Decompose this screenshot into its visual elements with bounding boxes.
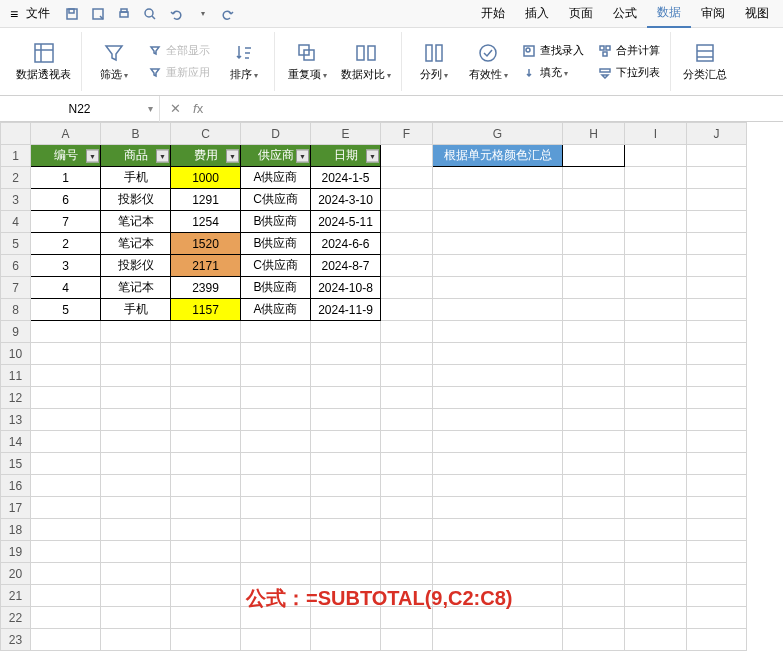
cell-F1[interactable] [381,145,433,167]
cell-E12[interactable] [311,387,381,409]
cell-B13[interactable] [101,409,171,431]
cell-A15[interactable] [31,453,101,475]
chevron-down-icon[interactable]: ▾ [148,103,153,114]
row-header-20[interactable]: 20 [1,563,31,585]
cell-A13[interactable] [31,409,101,431]
col-header-J[interactable]: J [687,123,747,145]
cell-C18[interactable] [171,519,241,541]
cell-C7[interactable]: 2399 [171,277,241,299]
cell-B20[interactable] [101,563,171,585]
col-header-H[interactable]: H [563,123,625,145]
cell-E19[interactable] [311,541,381,563]
cell-G12[interactable] [433,387,563,409]
cell-C23[interactable] [171,629,241,651]
cell-B8[interactable]: 手机 [101,299,171,321]
cell-E11[interactable] [311,365,381,387]
cell-I12[interactable] [625,387,687,409]
cell-C11[interactable] [171,365,241,387]
cell-E3[interactable]: 2024-3-10 [311,189,381,211]
tab-2[interactable]: 页面 [559,0,603,28]
col-header-B[interactable]: B [101,123,171,145]
cell-J14[interactable] [687,431,747,453]
filter-dropdown-D[interactable]: ▼ [296,149,309,162]
cell-F20[interactable] [381,563,433,585]
col-header-I[interactable]: I [625,123,687,145]
formula-input[interactable] [215,102,773,116]
cell-E16[interactable] [311,475,381,497]
cell-C4[interactable]: 1254 [171,211,241,233]
cell-J2[interactable] [687,167,747,189]
cell-I15[interactable] [625,453,687,475]
cell-H20[interactable] [563,563,625,585]
cell-D3[interactable]: C供应商 [241,189,311,211]
cell-H15[interactable] [563,453,625,475]
cell-B4[interactable]: 笔记本 [101,211,171,233]
filter-button[interactable]: 筛选 [90,32,138,92]
cell-J23[interactable] [687,629,747,651]
col-header-C[interactable]: C [171,123,241,145]
cell-C22[interactable] [171,607,241,629]
cell-F4[interactable] [381,211,433,233]
cell-E14[interactable] [311,431,381,453]
data-compare-button[interactable]: 数据对比 [337,32,395,92]
cell-A5[interactable]: 2 [31,233,101,255]
cell-E13[interactable] [311,409,381,431]
row-header-4[interactable]: 4 [1,211,31,233]
cell-A22[interactable] [31,607,101,629]
cell-G18[interactable] [433,519,563,541]
cell-J13[interactable] [687,409,747,431]
cell-I16[interactable] [625,475,687,497]
filter-dropdown-E[interactable]: ▼ [366,149,379,162]
cell-F2[interactable] [381,167,433,189]
cell-G14[interactable] [433,431,563,453]
cell-G2[interactable] [433,167,563,189]
cell-B11[interactable] [101,365,171,387]
cell-C5[interactable]: 1520 [171,233,241,255]
row-header-17[interactable]: 17 [1,497,31,519]
cell-D6[interactable]: C供应商 [241,255,311,277]
cell-I19[interactable] [625,541,687,563]
cell-D19[interactable] [241,541,311,563]
preview-icon[interactable] [142,6,158,22]
cell-A11[interactable] [31,365,101,387]
cell-A18[interactable] [31,519,101,541]
cell-A4[interactable]: 7 [31,211,101,233]
cell-B1[interactable]: 商品▼ [101,145,171,167]
cell-J6[interactable] [687,255,747,277]
cell-F3[interactable] [381,189,433,211]
cell-C19[interactable] [171,541,241,563]
select-all-corner[interactable] [1,123,31,145]
cell-G23[interactable] [433,629,563,651]
row-header-12[interactable]: 12 [1,387,31,409]
cell-I21[interactable] [625,585,687,607]
filter-dropdown-B[interactable]: ▼ [156,149,169,162]
cell-J16[interactable] [687,475,747,497]
cell-B9[interactable] [101,321,171,343]
row-header-22[interactable]: 22 [1,607,31,629]
cell-I6[interactable] [625,255,687,277]
cell-F10[interactable] [381,343,433,365]
cell-C6[interactable]: 2171 [171,255,241,277]
sort-button[interactable]: 排序 [220,32,268,92]
cell-F9[interactable] [381,321,433,343]
fill-button[interactable]: 填充 [518,63,588,83]
cell-D20[interactable] [241,563,311,585]
cell-H12[interactable] [563,387,625,409]
cell-H4[interactable] [563,211,625,233]
cell-A23[interactable] [31,629,101,651]
cell-B12[interactable] [101,387,171,409]
cell-F17[interactable] [381,497,433,519]
cell-J3[interactable] [687,189,747,211]
cell-I17[interactable] [625,497,687,519]
cell-F23[interactable] [381,629,433,651]
cell-I18[interactable] [625,519,687,541]
cell-I3[interactable] [625,189,687,211]
redo-icon[interactable] [220,6,236,22]
cell-I23[interactable] [625,629,687,651]
row-header-15[interactable]: 15 [1,453,31,475]
cell-A14[interactable] [31,431,101,453]
cell-A8[interactable]: 5 [31,299,101,321]
cell-H23[interactable] [563,629,625,651]
row-header-5[interactable]: 5 [1,233,31,255]
cell-J12[interactable] [687,387,747,409]
